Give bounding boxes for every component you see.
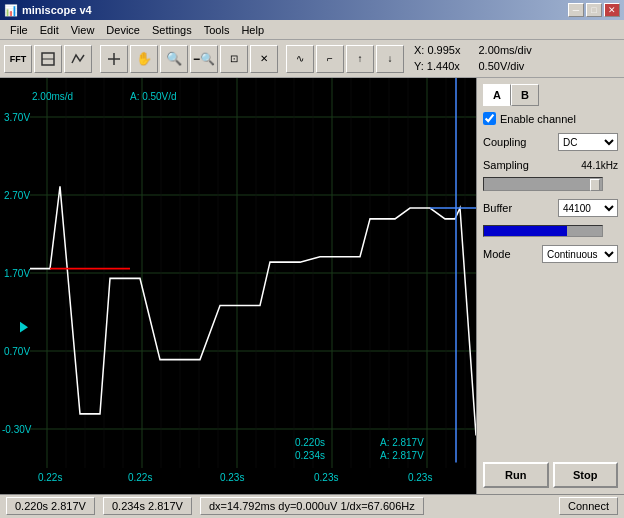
minimize-button[interactable]: ─ bbox=[568, 3, 584, 17]
wave-button[interactable]: ∿ bbox=[286, 45, 314, 73]
buffer-label: Buffer bbox=[483, 202, 512, 214]
toolbar-divinfo: 2.00ms/div 0.50V/div bbox=[478, 43, 531, 74]
title-bar: 📊 miniscope v4 ─ □ ✕ bbox=[0, 0, 624, 20]
status-seg2: 0.234s 2.817V bbox=[103, 497, 192, 515]
svg-text:0.22s: 0.22s bbox=[128, 472, 152, 483]
hand-button[interactable]: ✋ bbox=[130, 45, 158, 73]
zoom-fit-button[interactable]: ⊡ bbox=[220, 45, 248, 73]
svg-text:3.70V: 3.70V bbox=[4, 112, 30, 123]
zoom-out-button[interactable]: −🔍 bbox=[190, 45, 218, 73]
svg-text:0.23s: 0.23s bbox=[314, 472, 338, 483]
connect-button[interactable]: Connect bbox=[559, 497, 618, 515]
sampling-label: Sampling bbox=[483, 159, 529, 171]
svg-text:2.70V: 2.70V bbox=[4, 190, 30, 201]
status-seg1: 0.220s 2.817V bbox=[6, 497, 95, 515]
menu-edit[interactable]: Edit bbox=[34, 22, 65, 38]
coupling-row: Coupling DC AC GND bbox=[483, 133, 618, 151]
buffer-select[interactable]: 44100 22050 8192 bbox=[558, 199, 618, 217]
channel-a-tab[interactable]: A bbox=[483, 84, 511, 106]
maximize-button[interactable]: □ bbox=[586, 3, 602, 17]
sampling-slider-container bbox=[483, 177, 618, 191]
run-button[interactable]: Run bbox=[483, 462, 549, 488]
menu-tools[interactable]: Tools bbox=[198, 22, 236, 38]
svg-text:A: 2.817V: A: 2.817V bbox=[380, 437, 424, 448]
sampling-slider-track[interactable] bbox=[483, 177, 603, 191]
status-bar: 0.220s 2.817V 0.234s 2.817V dx=14.792ms … bbox=[0, 494, 624, 516]
menu-help[interactable]: Help bbox=[235, 22, 270, 38]
svg-text:0.220s: 0.220s bbox=[295, 437, 325, 448]
toolbar: FFT ✋ 🔍 −🔍 ⊡ ✕ ∿ ⌐ ↑ ↓ X: 0.995x Y: 1.44… bbox=[0, 40, 624, 78]
app-title: miniscope v4 bbox=[22, 4, 92, 16]
svg-text:0.23s: 0.23s bbox=[408, 472, 432, 483]
arrow-down-button[interactable]: ↓ bbox=[376, 45, 404, 73]
mode-select[interactable]: Continuous Single Triggered bbox=[542, 245, 618, 263]
svg-text:0.23s: 0.23s bbox=[220, 472, 244, 483]
buffer-progress-fill bbox=[484, 226, 567, 236]
tool-icon-1[interactable] bbox=[34, 45, 62, 73]
svg-text:A: 0.50V/d: A: 0.50V/d bbox=[130, 90, 177, 101]
sampling-slider-thumb[interactable] bbox=[590, 179, 600, 191]
buffer-progress-bar bbox=[483, 225, 603, 237]
enable-channel-checkbox[interactable] bbox=[483, 112, 496, 125]
app-icon: 📊 bbox=[4, 4, 18, 17]
run-stop-row: Run Stop bbox=[483, 454, 618, 488]
svg-text:-0.30V: -0.30V bbox=[2, 424, 31, 435]
toolbar-coords: X: 0.995x Y: 1.440x bbox=[414, 43, 460, 74]
menu-settings[interactable]: Settings bbox=[146, 22, 198, 38]
y-coord: Y: 1.440x bbox=[414, 59, 460, 74]
zoom-in-button[interactable]: 🔍 bbox=[160, 45, 188, 73]
svg-text:0.22s: 0.22s bbox=[38, 472, 62, 483]
svg-text:2.00ms/d: 2.00ms/d bbox=[32, 90, 73, 101]
channel-b-tab[interactable]: B bbox=[511, 84, 539, 106]
svg-text:0.70V: 0.70V bbox=[4, 346, 30, 357]
menu-view[interactable]: View bbox=[65, 22, 101, 38]
coupling-select[interactable]: DC AC GND bbox=[558, 133, 618, 151]
trigger-button[interactable]: ⌐ bbox=[316, 45, 344, 73]
svg-text:0.234s: 0.234s bbox=[295, 450, 325, 461]
crosshair-button[interactable] bbox=[100, 45, 128, 73]
sampling-row: Sampling 44.1kHz bbox=[483, 159, 618, 171]
mode-label: Mode bbox=[483, 248, 511, 260]
time-div-info: 2.00ms/div bbox=[478, 43, 531, 58]
volt-div-info: 0.50V/div bbox=[478, 59, 531, 74]
channel-tabs: A B bbox=[483, 84, 618, 106]
arrow-up-button[interactable]: ↑ bbox=[346, 45, 374, 73]
x-coord: X: 0.995x bbox=[414, 43, 460, 58]
main-container: 3.70V 2.70V 1.70V 0.70V -0.30V 2.00ms/d … bbox=[0, 78, 624, 494]
enable-channel-label: Enable channel bbox=[500, 113, 576, 125]
svg-text:1.70V: 1.70V bbox=[4, 268, 30, 279]
mode-row: Mode Continuous Single Triggered bbox=[483, 245, 618, 263]
fft-button[interactable]: FFT bbox=[4, 45, 32, 73]
right-panel: A B Enable channel Coupling DC AC GND Sa… bbox=[476, 78, 624, 494]
enable-channel-row: Enable channel bbox=[483, 112, 618, 125]
menu-file[interactable]: File bbox=[4, 22, 34, 38]
close-button[interactable]: ✕ bbox=[604, 3, 620, 17]
menu-bar: File Edit View Device Settings Tools Hel… bbox=[0, 20, 624, 40]
menu-device[interactable]: Device bbox=[100, 22, 146, 38]
scope-display[interactable]: 3.70V 2.70V 1.70V 0.70V -0.30V 2.00ms/d … bbox=[0, 78, 476, 494]
svg-text:A: 2.817V: A: 2.817V bbox=[380, 450, 424, 461]
stop-button[interactable]: Stop bbox=[553, 462, 619, 488]
status-seg3: dx=14.792ms dy=0.000uV 1/dx=67.606Hz bbox=[200, 497, 424, 515]
tool-icon-2[interactable] bbox=[64, 45, 92, 73]
cursor-button[interactable]: ✕ bbox=[250, 45, 278, 73]
sampling-value: 44.1kHz bbox=[581, 160, 618, 171]
coupling-label: Coupling bbox=[483, 136, 526, 148]
svg-rect-4 bbox=[0, 78, 476, 494]
buffer-row: Buffer 44100 22050 8192 bbox=[483, 199, 618, 217]
scope-grid: 3.70V 2.70V 1.70V 0.70V -0.30V 2.00ms/d … bbox=[0, 78, 476, 494]
